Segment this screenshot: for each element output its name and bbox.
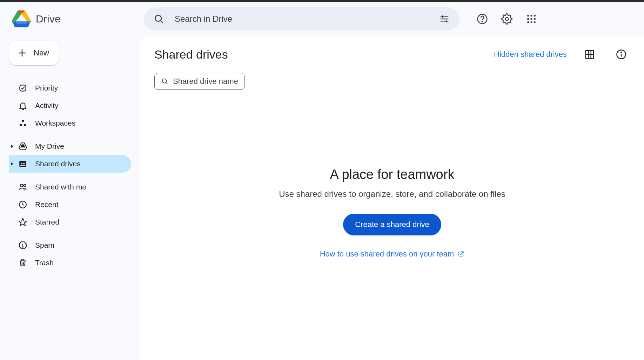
sidebar-item-my-drive[interactable]: My Drive [9,138,131,155]
drive-logo-icon-overlay [12,9,31,28]
sidebar-item-label: Activity [35,101,59,110]
grid-view-icon[interactable] [581,46,598,63]
search-bar[interactable] [144,7,459,31]
svg-marker-57 [11,145,13,148]
new-button-label: New [34,48,49,58]
sidebar-item-label: My Drive [35,142,64,151]
create-shared-drive-button[interactable]: Create a shared drive [343,214,441,235]
svg-point-62 [21,163,22,164]
filter-bar: Shared drive name [154,73,630,90]
my-drive-icon [18,142,27,151]
hidden-shared-drives-link[interactable]: Hidden shared drives [494,50,567,59]
workspaces-icon [18,119,27,128]
svg-point-44 [534,15,536,16]
search-options-icon[interactable] [436,10,453,28]
search-input[interactable] [168,14,436,24]
svg-line-81 [166,82,167,84]
star-icon [18,218,27,227]
svg-point-64 [20,184,23,187]
shared-drive-name-filter[interactable]: Shared drive name [154,73,245,90]
svg-point-48 [527,21,529,23]
svg-point-49 [530,21,532,23]
empty-title: A place for teamwork [330,167,455,182]
chevron-right-icon[interactable] [10,145,15,148]
svg-marker-60 [11,162,13,165]
sidebar-item-shared-drives[interactable]: Shared drives [9,155,131,173]
trash-icon [18,258,27,267]
sidebar-item-workspaces[interactable]: Workspaces [9,114,131,132]
svg-marker-59 [21,145,25,147]
app-name: Drive [36,13,61,25]
shared-drives-icon [18,159,27,168]
svg-point-40 [482,21,483,22]
sidebar-item-trash[interactable]: Trash [9,254,131,272]
learn-more-link[interactable]: How to use shared drives on your team [320,249,465,259]
svg-point-50 [534,21,536,23]
svg-marker-12 [15,24,28,27]
svg-point-65 [24,184,26,187]
help-icon[interactable] [474,10,491,28]
sidebar: New Priority Activity Workspaces My Driv… [0,36,140,360]
sidebar-item-starred[interactable]: Starred [9,213,131,231]
sidebar-item-label: Trash [35,259,54,267]
header-actions [474,10,554,28]
sidebar-item-label: Spam [35,241,54,249]
main-content: Shared drives Hidden shared drives Share… [140,36,644,360]
sidebar-item-label: Workspaces [35,119,75,127]
svg-point-32 [155,15,161,21]
empty-subtitle: Use shared drives to organize, store, an… [279,189,505,199]
svg-point-43 [530,15,532,16]
page-header: Shared drives Hidden shared drives [154,46,630,63]
people-icon [18,182,27,192]
new-button[interactable]: New [9,41,59,65]
svg-point-46 [530,18,532,20]
sidebar-item-priority[interactable]: Priority [9,79,131,97]
svg-marker-10 [23,11,31,21]
svg-point-80 [162,79,167,83]
app-header: Drive [0,2,644,36]
priority-icon [18,84,27,93]
sidebar-item-label: Starred [35,218,59,226]
learn-more-label: How to use shared drives on your team [320,249,454,259]
drive-logo[interactable]: Drive [7,9,137,28]
empty-state: A place for teamwork Use shared drives t… [154,90,630,350]
sidebar-item-label: Priority [35,84,58,92]
spam-icon [18,241,27,250]
svg-rect-53 [20,85,26,91]
sidebar-item-spam[interactable]: Spam [9,236,131,254]
sidebar-item-activity[interactable]: Activity [9,97,131,114]
svg-marker-15 [15,21,28,24]
search-icon [161,78,169,85]
svg-point-42 [527,15,529,16]
clock-icon [18,200,27,209]
svg-point-41 [505,18,509,21]
svg-point-45 [527,18,529,20]
svg-marker-67 [19,218,27,226]
sidebar-item-label: Shared with me [35,183,86,191]
svg-point-54 [22,120,24,122]
sidebar-item-shared-with-me[interactable]: Shared with me [9,178,131,196]
chevron-right-icon[interactable] [10,162,15,166]
svg-point-55 [20,124,22,126]
sidebar-item-label: Shared drives [35,160,81,168]
svg-point-79 [621,52,622,53]
filter-label: Shared drive name [173,77,238,86]
svg-marker-14 [12,11,20,21]
bell-icon [18,101,27,110]
info-icon[interactable] [612,46,630,63]
apps-grid-icon[interactable] [523,10,540,28]
sidebar-item-label: Recent [35,200,59,209]
page-title: Shared drives [154,48,487,61]
sidebar-item-recent[interactable]: Recent [9,196,131,213]
svg-point-47 [534,18,536,20]
svg-point-63 [23,163,25,164]
search-icon[interactable] [150,10,168,28]
svg-line-33 [161,21,163,23]
svg-rect-61 [19,161,26,167]
svg-point-70 [22,247,23,247]
svg-point-56 [24,124,26,126]
settings-icon[interactable] [498,10,516,28]
external-link-icon [457,251,464,258]
